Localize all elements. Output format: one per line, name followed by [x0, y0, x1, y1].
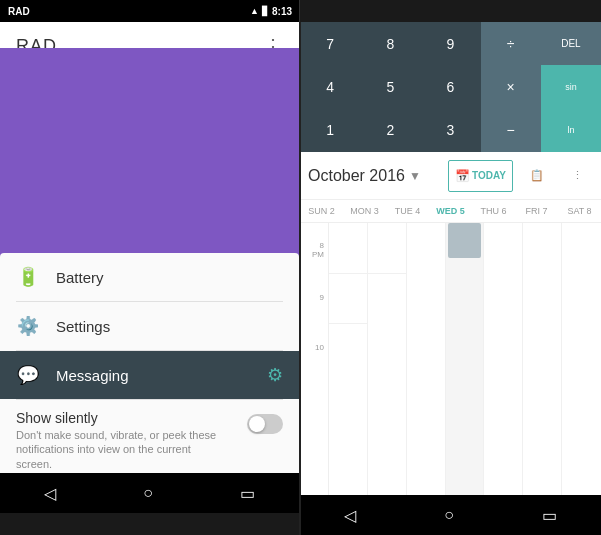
notification-panel: 🔋 Battery ⚙️ Settings 💬 Messaging ⚙ Show…: [0, 253, 299, 473]
calendar-header: October 2016 ▼ 📅 TODAY 📋 ⋮: [300, 152, 601, 200]
r-calc-sub[interactable]: −: [481, 109, 541, 152]
battery-label: Battery: [56, 269, 283, 286]
time-10: 10: [300, 341, 328, 391]
left-panel: RAD ▲ ▊ 8:13 RAD ⋮ 7 8 9 ÷ DEL 4 5 6 × s…: [0, 0, 300, 513]
day-tue: TUE 4: [386, 204, 429, 218]
time-9: 9: [300, 291, 328, 341]
event-wed: [448, 223, 482, 258]
day-fri: FRI 7: [515, 204, 558, 218]
calendar-days-header: SUN 2 MON 3 TUE 4 WED 5 THU 6 FRI 7 SAT …: [300, 200, 601, 223]
r-calc-div[interactable]: ÷: [481, 22, 541, 65]
silent-row: Show silently Don't make sound, vibrate,…: [0, 400, 299, 481]
r-calc-5[interactable]: 5: [360, 65, 420, 108]
calculator-right-top: 7 8 9 ÷ DEL 4 5 6 × sin 1 2 3 − ln: [300, 22, 601, 152]
recent-button-right[interactable]: ▭: [534, 498, 565, 533]
calendar-month-year: October 2016: [308, 167, 405, 185]
day-thu: THU 6: [472, 204, 515, 218]
time-left: 8:13: [272, 6, 292, 17]
col-mon: [368, 223, 407, 495]
notif-messaging[interactable]: 💬 Messaging ⚙: [0, 351, 299, 399]
r-calc-1[interactable]: 1: [300, 109, 360, 152]
r-calc-3[interactable]: 3: [420, 109, 480, 152]
app-name-left: RAD: [8, 6, 30, 17]
right-panel: RAD ▲ ▊ 8:13 7 8 9 ÷ DEL 4 5 6 × sin 1 2…: [300, 22, 601, 535]
col-thu: [484, 223, 523, 495]
col-tue: [407, 223, 446, 495]
status-icons-left: ▲ ▊ 8:13: [250, 6, 292, 17]
day-columns: [328, 223, 601, 495]
back-button-right[interactable]: ◁: [336, 498, 364, 533]
silent-title: Show silently: [16, 410, 216, 426]
status-bar-left: RAD ▲ ▊ 8:13: [0, 0, 300, 22]
day-sun: SUN 2: [300, 204, 343, 218]
day-sat: SAT 8: [558, 204, 601, 218]
messaging-gear-icon[interactable]: ⚙: [267, 364, 283, 386]
r-calc-4[interactable]: 4: [300, 65, 360, 108]
notif-battery[interactable]: 🔋 Battery: [0, 253, 299, 301]
time-column: 8 PM 9 10: [300, 223, 328, 495]
col-wed: [446, 223, 485, 495]
r-calc-7[interactable]: 7: [300, 22, 360, 65]
time-8: 8 PM: [300, 241, 328, 291]
signal-icon-left: ▊: [262, 6, 269, 16]
messaging-icon: 💬: [16, 363, 40, 387]
calendar-more-button[interactable]: ⋮: [561, 160, 593, 192]
battery-icon: 🔋: [16, 265, 40, 289]
panel-divider: [299, 22, 301, 535]
today-calendar-icon: 📅: [455, 169, 470, 183]
calendar-title: October 2016 ▼: [308, 167, 440, 185]
messaging-label: Messaging: [56, 367, 251, 384]
r-calc-6[interactable]: 6: [420, 65, 480, 108]
r-calc-9[interactable]: 9: [420, 22, 480, 65]
home-button-right[interactable]: ○: [436, 498, 462, 532]
calendar-grid: 8 PM 9 10: [300, 223, 601, 495]
r-calc-8[interactable]: 8: [360, 22, 420, 65]
r-calc-mul[interactable]: ×: [481, 65, 541, 108]
r-calc-2[interactable]: 2: [360, 109, 420, 152]
r-calc-del[interactable]: DEL: [541, 22, 601, 65]
home-button-left[interactable]: ○: [135, 476, 161, 510]
silent-toggle[interactable]: [247, 414, 283, 434]
bottom-nav-right: ◁ ○ ▭: [300, 495, 601, 535]
toggle-knob: [249, 416, 265, 432]
calendar-arrow-icon: ▼: [409, 169, 421, 183]
wifi-icon-left: ▲: [250, 6, 259, 16]
today-button[interactable]: 📅 TODAY: [448, 160, 513, 192]
col-sat: [562, 223, 601, 495]
settings-label: Settings: [56, 318, 283, 335]
today-label: TODAY: [472, 170, 506, 181]
add-event-button[interactable]: 📋: [521, 160, 553, 192]
silent-desc: Don't make sound, vibrate, or peek these…: [16, 428, 216, 471]
calendar-app: October 2016 ▼ 📅 TODAY 📋 ⋮ SUN 2 MON 3 T…: [300, 152, 601, 495]
day-wed: WED 5: [429, 204, 472, 218]
day-mon: MON 3: [343, 204, 386, 218]
r-calc-ln[interactable]: ln: [541, 109, 601, 152]
col-sun: [329, 223, 368, 495]
notif-settings[interactable]: ⚙️ Settings: [0, 302, 299, 350]
r-calc-sin[interactable]: sin: [541, 65, 601, 108]
settings-icon: ⚙️: [16, 314, 40, 338]
col-fri: [523, 223, 562, 495]
